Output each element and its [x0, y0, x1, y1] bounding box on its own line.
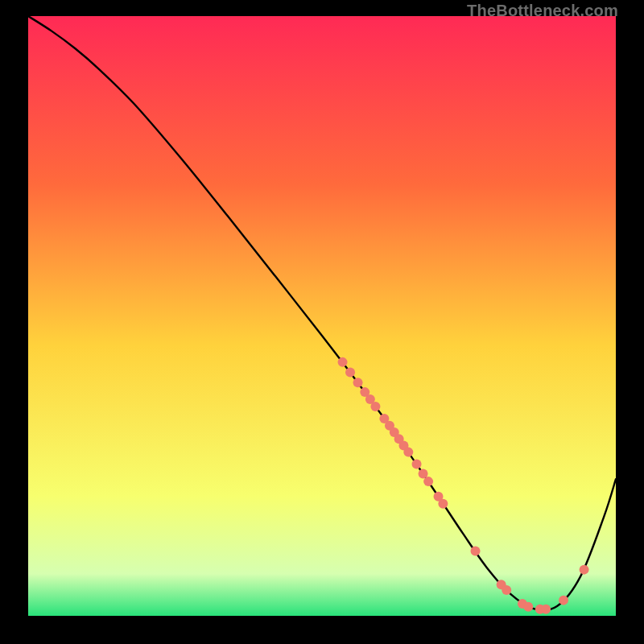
- curve-layer: [28, 16, 616, 616]
- curve-dot: [353, 378, 363, 387]
- curve-dot: [345, 368, 355, 378]
- curve-dot: [541, 605, 551, 614]
- bottleneck-curve: [28, 16, 616, 610]
- curve-dot: [370, 402, 380, 411]
- chart-stage: TheBottleneck.com: [0, 0, 644, 644]
- curve-dot: [523, 602, 533, 612]
- curve-dot: [502, 585, 511, 595]
- curve-dot: [580, 565, 589, 575]
- curve-dots-group: [338, 357, 589, 614]
- curve-dot: [423, 477, 433, 486]
- curve-dot: [559, 596, 568, 605]
- curve-dot: [403, 448, 413, 457]
- curve-dot: [412, 460, 422, 469]
- curve-dot: [438, 499, 448, 509]
- plot-area: [28, 16, 616, 616]
- curve-dot: [338, 357, 348, 367]
- curve-dot: [471, 547, 481, 556]
